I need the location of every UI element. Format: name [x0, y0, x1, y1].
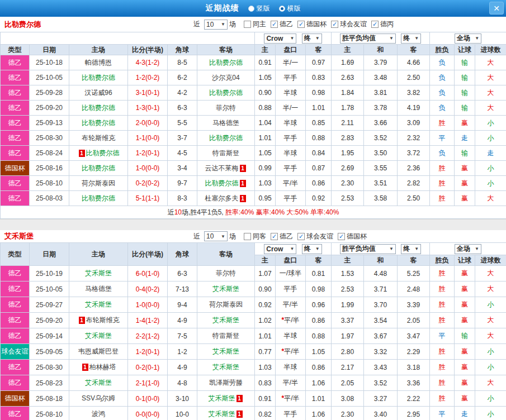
team-link[interactable]: 菲尔特: [216, 269, 236, 277]
team-link[interactable]: 菲尔特: [216, 104, 236, 112]
corners-cell: 6-3: [168, 101, 197, 116]
team-link[interactable]: 比勒费尔德: [205, 179, 239, 187]
team-link[interactable]: 比勒费尔德: [209, 134, 243, 142]
corners-cell: 9-7: [168, 176, 197, 191]
match-row: 德乙25-10-05比勒费尔德1-2(0-2)6-2沙尔克041.05平手0.8…: [1, 70, 506, 85]
team-link[interactable]: SSV乌尔姆: [82, 394, 115, 402]
corners-cell: 4-5: [168, 146, 197, 161]
date-cell: 25-08-10: [30, 176, 69, 191]
team-link[interactable]: 柏林赫塔: [89, 363, 116, 371]
bookmaker-select[interactable]: Crow▼: [264, 244, 296, 254]
ah-final-select[interactable]: 终▼: [302, 244, 322, 254]
corners-cell: 3-4: [168, 161, 197, 176]
filter-checkbox-同客[interactable]: 同客: [244, 232, 266, 241]
team-link[interactable]: 波鸿: [92, 410, 105, 418]
layout-vertical-radio[interactable]: 竖版: [248, 4, 270, 13]
filter-checkbox-德国杯[interactable]: ✓德国杯: [297, 20, 327, 29]
corners-cell: 6-3: [168, 266, 197, 281]
team-link[interactable]: 艾禾斯堡: [212, 363, 239, 371]
eu-away-odds-cell: 4.19: [398, 101, 430, 116]
scope-select[interactable]: 全场▼: [455, 244, 481, 254]
team-link[interactable]: 艾禾斯堡: [85, 332, 112, 340]
team-link[interactable]: 比勒费尔德: [82, 74, 115, 82]
team-link[interactable]: 比勒费尔德: [209, 89, 243, 97]
team-link[interactable]: 比勒费尔德: [82, 164, 115, 172]
team-link[interactable]: 布轮斯维克: [86, 316, 120, 324]
team-link[interactable]: 艾禾斯堡: [212, 316, 239, 324]
team-link[interactable]: 韦恩威斯巴登: [78, 347, 119, 355]
col-eu-away: 客: [398, 45, 430, 55]
team-link[interactable]: 特雷斯登: [212, 149, 239, 157]
recent-count-select[interactable]: 10 ▼: [204, 231, 228, 241]
section-elversberg: 艾禾斯堡 近 10 ▼ 场 同客✓德乙✓球会友谊✓德国杯 类型 日期 主场: [0, 230, 506, 420]
league-type-cell: 德乙: [1, 360, 30, 375]
score-cell: 6-0(1-0): [128, 266, 168, 281]
home-team-cell: 韦恩威斯巴登: [69, 344, 128, 360]
home-team-cell: 帕德博恩: [69, 55, 128, 70]
filter-checkbox-球会友谊[interactable]: ✓球会友谊: [297, 232, 333, 241]
team-link[interactable]: 布轮斯维克: [82, 134, 115, 142]
filter-checkbox-德乙[interactable]: ✓德乙: [271, 20, 293, 29]
team-link[interactable]: 比勒费尔德: [82, 104, 115, 112]
eu-home-odds-cell: 1.97: [332, 328, 364, 344]
filter-checkbox-球会友谊[interactable]: ✓球会友谊: [331, 20, 367, 29]
team-link[interactable]: 比勒费尔德: [86, 149, 120, 157]
team-link[interactable]: 艾禾斯堡: [209, 410, 235, 418]
filter-checkbox-德丙[interactable]: ✓德丙: [371, 20, 394, 29]
result-wdl-cell: 负: [430, 101, 455, 116]
team-link[interactable]: 艾禾斯堡: [212, 285, 239, 293]
team-link[interactable]: 比勒费尔德: [82, 194, 115, 202]
away-team-cell: 比勒费尔德1: [197, 176, 255, 191]
team-link[interactable]: 比勒费尔德: [82, 119, 115, 127]
team-link[interactable]: 艾禾斯堡: [85, 300, 112, 308]
filter-checkbox-德国杯[interactable]: ✓德国杯: [338, 232, 367, 241]
team-link[interactable]: 帕德博恩: [85, 59, 112, 66]
away-team-cell: 凯泽斯劳滕: [197, 375, 255, 391]
checkbox-checked-icon: ✓: [271, 21, 278, 28]
eu-final-select[interactable]: 终▼: [401, 244, 421, 254]
team-link[interactable]: 艾禾斯堡: [209, 394, 235, 402]
team-link[interactable]: 艾禾斯堡: [85, 269, 112, 277]
team-link[interactable]: 比勒费尔德: [209, 59, 243, 66]
team-link[interactable]: 荷尔斯泰因: [82, 179, 115, 187]
ah-line-cell: 一/球半: [276, 266, 306, 281]
result-wdl-cell: 负: [430, 70, 455, 85]
ah-home-odds-cell: 1.05: [255, 146, 276, 161]
eu-home-odds-cell: 1.53: [332, 266, 364, 281]
bookmaker-select[interactable]: Crow▼: [264, 34, 296, 44]
eu-final-select[interactable]: 终▼: [401, 34, 421, 44]
red-card-badge: 1: [79, 150, 85, 157]
result-goals-cell: 小: [475, 407, 506, 420]
team-link[interactable]: 云达不莱梅: [205, 164, 239, 172]
ah-final-select[interactable]: 终▼: [302, 34, 322, 44]
scope-dropdown-cell: 全场▼: [430, 243, 506, 255]
team-link[interactable]: 凯泽斯劳滕: [209, 379, 243, 386]
team-link[interactable]: 艾禾斯堡: [212, 347, 239, 355]
team-link[interactable]: 特雷斯登: [212, 332, 239, 340]
filter-checkbox-同主[interactable]: 同主: [244, 20, 266, 29]
filter-checkbox-德乙[interactable]: ✓德乙: [271, 232, 293, 241]
ah-home-odds-cell: 1.03: [255, 360, 276, 375]
team-link[interactable]: 汉诺威96: [84, 89, 112, 97]
wdl-average-select[interactable]: 胜平负均值▼: [340, 244, 396, 254]
team-link[interactable]: 沙尔克04: [212, 74, 239, 82]
close-button[interactable]: ✕: [489, 2, 504, 15]
scope-select[interactable]: 全场▼: [455, 34, 481, 44]
team-link[interactable]: 马格德堡: [212, 119, 239, 127]
score-cell: 5-1(1-1): [128, 191, 168, 206]
recent-count-select[interactable]: 10 ▼: [204, 20, 228, 30]
col-result-goals: 进球数: [475, 255, 506, 266]
result-handicap-cell: 赢: [455, 191, 475, 206]
team-link[interactable]: 荷尔斯泰因: [209, 300, 243, 308]
layout-horizontal-radio[interactable]: 横版: [279, 4, 301, 13]
home-team-cell: 1比勒费尔德: [69, 146, 128, 161]
ah-home-odds-cell: 1.05: [255, 70, 276, 85]
team-link[interactable]: 艾禾斯堡: [85, 379, 112, 386]
team-link[interactable]: 马格德堡: [85, 285, 112, 293]
ah-dropdowns-cell: Crow▼ 终▼: [255, 243, 332, 255]
col-eu-draw: 和: [364, 255, 398, 266]
eu-draw-odds-cell: 3.70: [364, 297, 398, 313]
team-link[interactable]: 杜塞尔多夫: [205, 194, 239, 202]
eu-home-odds-cell: 2.80: [332, 344, 364, 360]
wdl-average-select[interactable]: 胜平负均值▼: [340, 34, 396, 44]
